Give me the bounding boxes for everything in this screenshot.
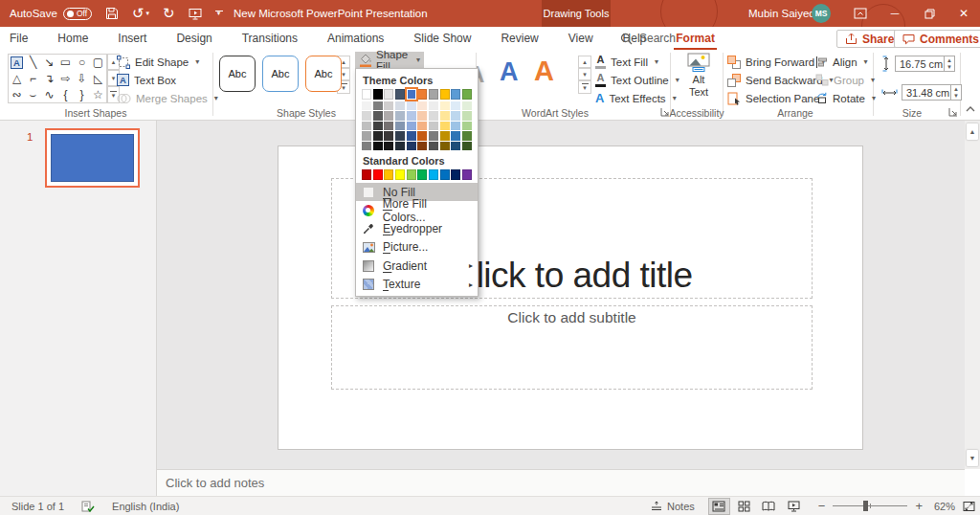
shape-rectangle-icon[interactable]: ▭ (57, 55, 74, 71)
shape-scribble-icon[interactable]: ∾ (9, 86, 25, 102)
vertical-scrollbar[interactable]: ▲ ▼ (965, 121, 980, 469)
shape-rounded-rectangle-icon[interactable]: ▢ (90, 55, 106, 71)
color-swatch[interactable] (429, 122, 438, 130)
width-value[interactable]: 31.48 cm (902, 84, 951, 101)
color-swatch[interactable] (462, 89, 472, 100)
color-swatch[interactable] (462, 122, 472, 130)
shape-triangle-icon[interactable]: △ (9, 71, 25, 87)
zoom-level[interactable]: 62% (934, 501, 955, 512)
slide-thumbnail[interactable] (45, 128, 140, 188)
color-swatch[interactable] (417, 131, 427, 140)
color-swatch[interactable] (440, 131, 450, 140)
color-swatch[interactable] (373, 142, 383, 150)
subtitle-placeholder[interactable]: Click to add subtitle (331, 305, 813, 390)
alt-text-button[interactable]: Alt Text (677, 53, 721, 102)
color-swatch[interactable] (373, 131, 383, 140)
language-indicator[interactable]: English (India) (112, 501, 179, 512)
align-button[interactable]: Align▾ (815, 53, 876, 71)
color-swatch[interactable] (395, 89, 405, 100)
text-box-button[interactable]: AText Box (117, 71, 218, 89)
close-button[interactable]: ✕ (949, 0, 978, 27)
color-swatch[interactable] (451, 169, 460, 180)
menu-item-eyedropper[interactable]: Eyedropper (356, 220, 478, 238)
gallery-more-icon[interactable]: ▾ (578, 80, 591, 94)
rotate-button[interactable]: Rotate▾ (815, 89, 876, 107)
scroll-down-icon[interactable]: ▾ (578, 68, 591, 80)
redo-icon[interactable]: ↻ (163, 5, 175, 22)
color-swatch[interactable] (462, 169, 472, 180)
height-stepper[interactable]: ▲▼ (945, 56, 955, 72)
color-swatch[interactable] (429, 142, 438, 150)
wordart-style-2[interactable]: A (500, 57, 519, 87)
context-tab-drawing-tools[interactable]: Drawing Tools (542, 0, 611, 27)
tab-view[interactable]: View (567, 28, 595, 49)
menu-item-picture[interactable]: Picture... (356, 238, 478, 257)
menu-item-gradient[interactable]: Gradient▸ (356, 257, 478, 275)
normal-view-button[interactable] (708, 498, 730, 515)
color-swatch[interactable] (429, 101, 438, 110)
reading-view-button[interactable] (758, 498, 780, 515)
width-stepper[interactable]: ▲▼ (951, 84, 962, 101)
scroll-down-icon[interactable]: ▼ (967, 450, 978, 466)
slide-show-view-button[interactable] (783, 498, 805, 515)
tab-format[interactable]: Format (674, 28, 717, 49)
color-swatch[interactable] (384, 89, 393, 100)
color-swatch[interactable] (395, 131, 405, 140)
color-swatch[interactable] (462, 142, 472, 150)
color-swatch[interactable] (407, 142, 416, 150)
minimize-button[interactable]: ─ (880, 0, 909, 27)
tab-slide-show[interactable]: Slide Show (412, 28, 473, 49)
color-swatch[interactable] (417, 142, 427, 150)
color-swatch[interactable] (362, 111, 371, 120)
color-swatch[interactable] (362, 169, 371, 180)
search-button[interactable]: Search (620, 27, 676, 50)
shape-left-brace-icon[interactable]: { (57, 86, 74, 102)
zoom-in-button[interactable]: + (915, 499, 923, 513)
shape-elbow-arrow-icon[interactable]: ↴ (41, 71, 57, 87)
text-effects-button[interactable]: AText Effects▾ (595, 89, 679, 107)
color-swatch[interactable] (395, 101, 405, 110)
color-swatch[interactable] (440, 101, 450, 110)
start-slideshow-icon[interactable] (189, 8, 202, 20)
shape-arc-icon[interactable]: ⌣ (25, 86, 41, 102)
tab-insert[interactable]: Insert (116, 28, 148, 49)
color-swatch[interactable] (451, 122, 460, 130)
menu-item-more-fill-colors[interactable]: More Fill Colors... (356, 201, 478, 219)
shape-right-arrow-icon[interactable]: ⇨ (57, 71, 74, 87)
color-swatch[interactable] (362, 122, 371, 130)
dialog-launcher-icon[interactable] (948, 107, 958, 117)
color-swatch[interactable] (384, 131, 393, 140)
shape-star-icon[interactable]: ☆ (90, 86, 106, 102)
tab-animations[interactable]: Animations (325, 28, 386, 49)
undo-button[interactable]: ↺▾ (132, 5, 149, 22)
notes-toggle-button[interactable]: Notes (651, 501, 695, 512)
color-swatch[interactable] (417, 101, 427, 110)
zoom-out-button[interactable]: − (818, 499, 826, 513)
tab-file[interactable]: File (8, 28, 30, 49)
color-swatch[interactable] (462, 111, 472, 120)
share-button[interactable]: Share (836, 30, 902, 48)
save-icon[interactable] (105, 7, 119, 20)
user-name[interactable]: Mubin Saiyed (748, 0, 815, 27)
color-swatch[interactable] (417, 122, 427, 130)
color-swatch[interactable] (440, 142, 450, 150)
color-swatch[interactable] (407, 131, 416, 140)
shape-style-thumbnail-1[interactable]: Abc (219, 56, 256, 92)
color-swatch[interactable] (451, 89, 460, 100)
color-swatch[interactable] (429, 89, 438, 100)
color-swatch[interactable] (373, 101, 383, 110)
scroll-up-icon[interactable]: ▴ (578, 56, 591, 68)
color-swatch[interactable] (362, 142, 371, 150)
notes-pane[interactable]: Click to add notes (157, 469, 965, 496)
color-swatch[interactable] (373, 169, 383, 180)
color-swatch[interactable] (407, 169, 416, 180)
color-swatch[interactable] (384, 122, 393, 130)
color-swatch[interactable] (384, 101, 393, 110)
color-swatch[interactable] (429, 169, 438, 180)
color-swatch[interactable] (395, 142, 405, 150)
tab-review[interactable]: Review (499, 28, 540, 49)
color-swatch[interactable] (362, 89, 371, 100)
slide-sorter-view-button[interactable] (733, 498, 755, 515)
shape-elbow-connector-icon[interactable]: ⌐ (25, 71, 41, 87)
color-swatch[interactable] (462, 131, 472, 140)
